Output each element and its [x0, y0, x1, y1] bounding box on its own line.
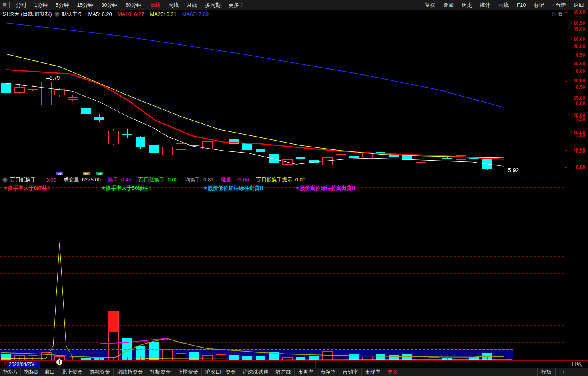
price-minor-tick — [565, 128, 566, 128]
tab-两融资金[interactable]: 两融资金 — [86, 368, 114, 376]
x-axis-tick — [327, 357, 327, 360]
trading-terminal: { "toolbar": { "periods": [ {"label":"分时… — [0, 0, 588, 376]
tab-市盈率[interactable]: 市盈率 — [295, 368, 317, 376]
period-item-更多 〉[interactable]: 更多 〉 — [225, 0, 250, 10]
indicator-value-2: 换手: 0.45 — [108, 176, 132, 183]
turnover-tick-label: 10.00 — [573, 147, 585, 153]
event-tag-跌[interactable]: 跌 — [96, 172, 103, 175]
period-item-多周期[interactable]: 多周期 — [201, 0, 225, 10]
indicator-param-value: : 3.00 — [43, 177, 56, 183]
overlay-icon[interactable]: ⧉ — [558, 11, 562, 17]
tab-增减持资金[interactable]: 增减持资金 — [114, 368, 146, 376]
ma-legend-item: MA60: 7.89 — [182, 11, 209, 17]
action-标记[interactable]: 标记 — [530, 0, 548, 10]
action-返回[interactable]: 返回 — [570, 0, 588, 10]
turnover-tick-mark — [565, 30, 567, 30]
price-gridline — [0, 104, 565, 104]
indicator-value-4: 均换手: 0.81 — [185, 176, 214, 183]
period-item-日线[interactable]: 日线 — [146, 0, 164, 10]
action-统计[interactable]: 统计 — [476, 0, 494, 10]
date-axis-bar[interactable]: 2023/04/25/二 256 — [0, 361, 565, 368]
tab-市净率[interactable]: 市净率 — [317, 368, 339, 376]
action-复权[interactable]: 复权 — [421, 0, 439, 10]
tab-市销率[interactable]: 市销率 — [339, 368, 362, 376]
tab-窗口[interactable]: 窗口 — [41, 368, 58, 376]
period-item-月线[interactable]: 月线 — [183, 0, 201, 10]
price-tick-mark — [565, 152, 567, 152]
x-axis-tick — [314, 357, 314, 360]
candle-body — [429, 159, 439, 160]
turnover-bar — [41, 352, 52, 360]
tab-更多[interactable]: 更多 — [384, 368, 401, 376]
tab-沪深ETF资金[interactable]: 沪深ETF资金 — [202, 368, 239, 376]
turnover-tick-label: 15.00 — [573, 130, 585, 135]
turnover-axis: 50.0045.0040.0035.0030.0025.0020.0015.00… — [565, 175, 588, 361]
tab-散户线[interactable]: 散户线 — [272, 368, 295, 376]
price-minor-tick — [565, 144, 566, 144]
tab-打板资金[interactable]: 打板资金 — [146, 368, 174, 376]
price-tick-mark — [565, 104, 567, 104]
x-axis-tick — [127, 357, 128, 360]
current-period-badge[interactable]: 日线 — [565, 361, 588, 368]
candle-body — [108, 131, 119, 144]
candle-body — [28, 87, 38, 90]
event-tag-财[interactable]: 财 — [56, 172, 63, 175]
frame-line-top — [0, 18, 588, 18]
signal-text: ★股价低位红柱绿柱进货!! — [203, 185, 263, 192]
action-历史[interactable]: 历史 — [458, 0, 476, 10]
tab-上榜资金[interactable]: 上榜资金 — [174, 368, 202, 376]
chevron-down-icon[interactable]: ˅ — [2, 177, 8, 183]
x-axis-tick — [261, 357, 261, 360]
add-panel-button[interactable]: + — [555, 368, 572, 376]
bottom-right-buttons: 模板+− — [537, 368, 588, 376]
action-叠加[interactable]: 叠加 — [439, 0, 458, 10]
tab-沪深涨跌停[interactable]: 沪深涨跌停 — [239, 368, 272, 376]
toolbar-actions: 复权叠加历史统计画线F10标记+自选返回 — [421, 0, 588, 10]
tab-北上资金[interactable]: 北上资金 — [58, 368, 86, 376]
tab-指标A[interactable]: 指标A — [0, 368, 21, 376]
period-item-30分钟[interactable]: 30分钟 — [97, 0, 121, 10]
turnover-tick-label: 20.00 — [573, 113, 585, 118]
period-item-15分钟[interactable]: 15分钟 — [73, 0, 97, 10]
indicator-value-0: 百日低换手 — [10, 176, 36, 183]
tab-市现率[interactable]: 市现率 — [362, 368, 384, 376]
x-axis-tick — [72, 357, 73, 360]
period-item-5分钟[interactable]: 5分钟 — [52, 0, 73, 10]
app-window-icon[interactable] — [2, 2, 10, 8]
signal-text-row: ★换手率大于8红柱!!★换手率大于50绿柱!!★股价低位红柱绿柱进货!!★股价高… — [0, 185, 565, 192]
candle-body — [469, 157, 479, 159]
diamond-icon[interactable]: ◇ — [552, 11, 555, 17]
action-+自选[interactable]: +自选 — [548, 0, 570, 10]
period-item-周线[interactable]: 周线 — [164, 0, 183, 10]
x-axis-tick — [207, 357, 207, 360]
price-tick-label: 9.50 — [576, 52, 585, 58]
event-tag-榜[interactable]: 榜 — [83, 172, 90, 175]
ma5-line — [6, 83, 504, 166]
x-axis-tick — [221, 357, 221, 360]
action-画线[interactable]: 画线 — [494, 0, 513, 10]
template-button[interactable]: 模板 — [537, 368, 555, 376]
turnover-bar — [336, 357, 346, 360]
main-chart-label[interactable]: 默认主图 — [62, 10, 83, 18]
turnover-bar — [362, 357, 373, 360]
chevron-down-icon[interactable]: ˅ — [54, 12, 60, 17]
action-F10[interactable]: F10 — [513, 0, 530, 10]
remove-panel-button[interactable]: − — [572, 368, 588, 376]
period-item-60分钟[interactable]: 60分钟 — [121, 0, 145, 10]
x-axis-tick — [501, 357, 501, 360]
x-axis-tick — [6, 357, 6, 360]
selected-date-label: 2023/04/25/二 — [7, 361, 40, 368]
turnover-gridline — [0, 239, 565, 239]
price-gridline — [0, 24, 565, 24]
main-price-chart[interactable]: 8.79←5.92财榜跌 — [0, 18, 565, 175]
turnover-tick-mark — [565, 47, 567, 47]
x-axis-tick — [434, 357, 434, 360]
x-axis-tick — [461, 357, 461, 360]
month-separator-line — [315, 361, 316, 368]
period-item-1分钟[interactable]: 1分钟 — [30, 0, 52, 10]
period-item-分时[interactable]: 分时 — [12, 0, 30, 10]
x-axis-tick — [394, 357, 394, 360]
turnover-indicator-panel[interactable]: ˅ 百日低换手 : 3.00成交量: 6275.00换手: 0.45百日低换手:… — [0, 175, 565, 361]
x-axis-tick — [274, 357, 274, 360]
tab-指标B[interactable]: 指标B — [21, 368, 42, 376]
